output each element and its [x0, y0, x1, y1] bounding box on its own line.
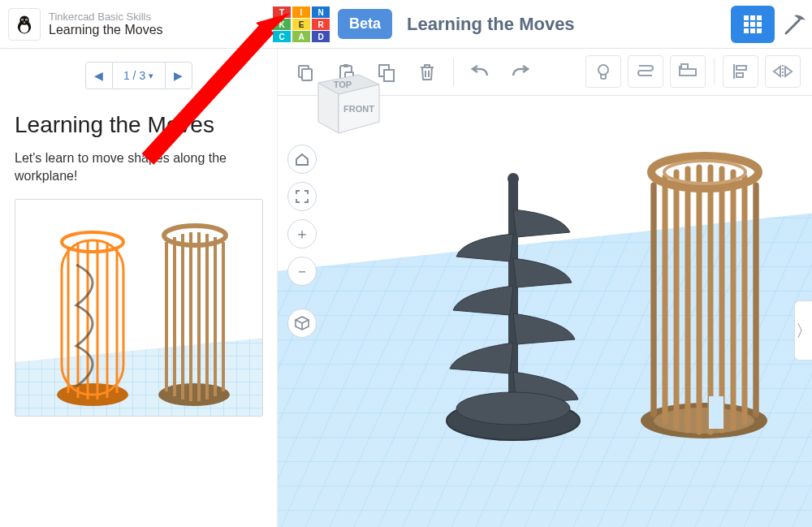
- ortho-icon: [294, 315, 310, 331]
- breadcrumb[interactable]: Tinkercad Basic Skills: [49, 11, 163, 24]
- header-left: Tinkercad Basic Skills Learning the Move…: [0, 0, 270, 48]
- redo-icon: [510, 64, 531, 80]
- mirror-button[interactable]: [765, 55, 801, 88]
- svg-point-48: [164, 226, 226, 245]
- ortho-toggle-button[interactable]: [287, 309, 317, 338]
- svg-point-39: [158, 383, 230, 406]
- lesson-sidebar: ◀ 1 / 3 ▾ ▶ Learning the Moves Let's lea…: [0, 49, 278, 527]
- svg-point-5: [22, 19, 23, 19]
- svg-rect-61: [681, 64, 688, 69]
- shapes-panel-expand[interactable]: 〉: [794, 300, 812, 361]
- mirror-icon: [772, 63, 793, 80]
- show-all-button[interactable]: [585, 55, 621, 88]
- beta-badge: Beta: [338, 9, 392, 39]
- svg-text:T: T: [279, 8, 284, 17]
- svg-marker-29: [15, 338, 263, 417]
- lesson-body: Let's learn to move shapes along the wor…: [15, 149, 262, 184]
- redo-button[interactable]: [501, 55, 540, 89]
- tinkercad-logo[interactable]: T I N K E R C A D: [273, 6, 331, 42]
- lesson-thumbnail: [15, 199, 263, 417]
- lesson-title: Learning the Moves: [15, 112, 262, 138]
- home-icon: [295, 152, 309, 166]
- undo-icon: [469, 64, 490, 80]
- document-title[interactable]: Learning the Moves: [407, 14, 575, 35]
- pager-label: 1 / 3: [123, 69, 145, 82]
- svg-point-81: [456, 392, 570, 425]
- svg-marker-71: [296, 317, 309, 323]
- svg-text:K: K: [279, 20, 285, 29]
- align-button[interactable]: [723, 55, 758, 88]
- shape-tool-strip: [585, 55, 801, 88]
- lesson-pager: ◀ 1 / 3 ▾ ▶: [15, 62, 262, 89]
- grid-view-button[interactable]: [731, 6, 775, 43]
- svg-point-38: [62, 232, 123, 252]
- project-title: Learning the Moves: [49, 23, 163, 37]
- project-info: Tinkercad Basic Skills Learning the Move…: [49, 11, 163, 38]
- pager-prev-button[interactable]: ◀: [85, 62, 113, 89]
- bulb-icon: [594, 63, 612, 80]
- viewcube-top-label: TOP: [334, 80, 352, 89]
- svg-text:N: N: [317, 8, 323, 17]
- grid-icon: [744, 15, 762, 33]
- delete-button[interactable]: [408, 55, 447, 89]
- fit-icon: [295, 189, 309, 204]
- svg-point-82: [508, 173, 519, 184]
- toolstrip-separator: [714, 58, 715, 84]
- editor-main: TOP FRONT ＋ － 〉: [278, 49, 812, 527]
- align-icon: [732, 63, 749, 80]
- svg-rect-99: [709, 396, 723, 429]
- delete-icon: [418, 63, 436, 82]
- svg-text:C: C: [279, 32, 284, 41]
- svg-text:A: A: [298, 32, 304, 41]
- penguin-icon: [14, 14, 35, 35]
- toolbar-separator: [453, 58, 454, 86]
- svg-rect-59: [680, 69, 696, 76]
- zoom-in-button[interactable]: ＋: [287, 219, 317, 248]
- pickaxe-icon: [783, 12, 807, 37]
- svg-text:R: R: [317, 20, 324, 29]
- svg-marker-67: [785, 67, 792, 76]
- home-view-button[interactable]: [287, 145, 317, 174]
- fit-view-button[interactable]: [287, 182, 317, 211]
- workplane-button[interactable]: [628, 55, 663, 88]
- pager-step-label[interactable]: 1 / 3 ▾: [113, 62, 165, 89]
- view-cube[interactable]: TOP FRONT: [302, 58, 391, 140]
- svg-text:D: D: [317, 32, 323, 41]
- view-nav-column: ＋ －: [287, 145, 317, 338]
- svg-rect-64: [736, 73, 743, 77]
- svg-point-6: [26, 19, 27, 19]
- svg-point-84: [654, 408, 754, 434]
- svg-rect-63: [736, 66, 746, 70]
- viewcube-front-label: FRONT: [343, 104, 374, 114]
- svg-marker-65: [774, 67, 780, 76]
- header-far-buttons: [731, 0, 812, 49]
- undo-button[interactable]: [460, 55, 499, 89]
- chevron-down-icon: ▾: [149, 71, 153, 81]
- svg-point-58: [598, 65, 608, 75]
- ruler-button[interactable]: [670, 55, 706, 88]
- zoom-out-button[interactable]: －: [287, 257, 317, 286]
- ruler-icon: [678, 63, 698, 80]
- app-header: Tinkercad Basic Skills Learning the Move…: [0, 0, 812, 49]
- svg-point-1: [20, 24, 29, 32]
- avatar[interactable]: [8, 8, 41, 41]
- minecraft-export-button[interactable]: [781, 6, 809, 43]
- workplane-icon: [636, 63, 655, 80]
- pager-next-button[interactable]: ▶: [165, 62, 192, 89]
- workplane-canvas[interactable]: [278, 96, 812, 527]
- svg-text:I: I: [300, 8, 303, 17]
- svg-text:E: E: [299, 20, 304, 29]
